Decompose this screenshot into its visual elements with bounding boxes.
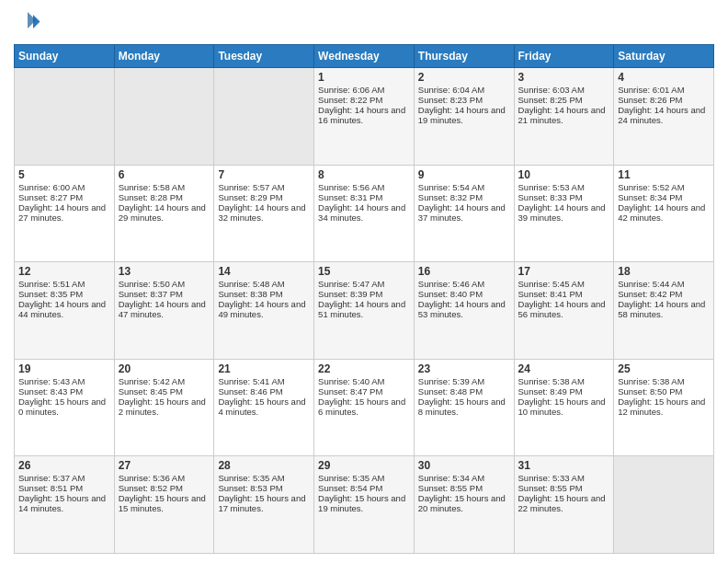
sunset: Sunset: 8:45 PM xyxy=(119,386,183,396)
sunset: Sunset: 8:41 PM xyxy=(518,289,583,299)
daylight: Daylight: 14 hours and 58 minutes. xyxy=(618,299,705,319)
day-number: 8 xyxy=(318,168,410,181)
calendar-cell: 7Sunrise: 5:57 AMSunset: 8:29 PMDaylight… xyxy=(214,165,314,262)
day-header-sunday: Sunday xyxy=(15,45,115,68)
day-header-wednesday: Wednesday xyxy=(314,45,415,68)
sunrise: Sunrise: 6:03 AM xyxy=(518,85,585,95)
sunset: Sunset: 8:55 PM xyxy=(418,483,483,493)
day-number: 20 xyxy=(119,362,210,375)
daylight: Daylight: 15 hours and 22 minutes. xyxy=(518,493,606,513)
daylight: Daylight: 14 hours and 39 minutes. xyxy=(518,202,606,223)
day-number: 24 xyxy=(518,362,610,375)
calendar-cell xyxy=(15,68,115,166)
sunset: Sunset: 8:42 PM xyxy=(618,289,682,299)
day-number: 11 xyxy=(618,168,710,181)
calendar-cell: 8Sunrise: 5:56 AMSunset: 8:31 PMDaylight… xyxy=(314,165,415,262)
calendar-cell: 31Sunrise: 5:33 AMSunset: 8:55 PMDayligh… xyxy=(514,456,614,554)
day-number: 5 xyxy=(18,168,110,181)
sunrise: Sunrise: 5:34 AM xyxy=(418,473,484,483)
week-row-4: 19Sunrise: 5:43 AMSunset: 8:43 PMDayligh… xyxy=(15,359,714,456)
day-number: 14 xyxy=(218,265,310,278)
day-header-thursday: Thursday xyxy=(414,45,514,68)
day-number: 10 xyxy=(518,168,610,181)
daylight: Daylight: 15 hours and 2 minutes. xyxy=(119,396,206,417)
calendar-cell: 5Sunrise: 6:00 AMSunset: 8:27 PMDaylight… xyxy=(15,165,115,262)
daylight: Daylight: 15 hours and 14 minutes. xyxy=(18,493,106,513)
calendar-cell: 13Sunrise: 5:50 AMSunset: 8:37 PMDayligh… xyxy=(114,262,214,360)
sunset: Sunset: 8:31 PM xyxy=(318,192,382,202)
day-header-tuesday: Tuesday xyxy=(214,45,314,68)
sunset: Sunset: 8:29 PM xyxy=(218,192,282,202)
week-row-5: 26Sunrise: 5:37 AMSunset: 8:51 PMDayligh… xyxy=(15,456,714,554)
daylight: Daylight: 14 hours and 44 minutes. xyxy=(18,299,106,319)
header xyxy=(14,9,714,37)
sunset: Sunset: 8:23 PM xyxy=(418,95,483,105)
sunrise: Sunrise: 5:54 AM xyxy=(418,182,484,192)
daylight: Daylight: 14 hours and 32 minutes. xyxy=(218,202,305,223)
sunset: Sunset: 8:34 PM xyxy=(618,192,682,202)
sunset: Sunset: 8:52 PM xyxy=(119,483,183,493)
calendar-cell: 4Sunrise: 6:01 AMSunset: 8:26 PMDaylight… xyxy=(614,68,714,166)
sunrise: Sunrise: 5:46 AM xyxy=(418,279,484,289)
day-number: 28 xyxy=(218,459,310,472)
day-number: 16 xyxy=(418,265,510,278)
calendar-cell: 12Sunrise: 5:51 AMSunset: 8:35 PMDayligh… xyxy=(15,262,115,360)
sunrise: Sunrise: 5:35 AM xyxy=(318,473,384,483)
calendar-cell: 21Sunrise: 5:41 AMSunset: 8:46 PMDayligh… xyxy=(214,359,314,456)
calendar-cell xyxy=(614,456,714,554)
sunset: Sunset: 8:26 PM xyxy=(618,95,682,105)
calendar-cell: 23Sunrise: 5:39 AMSunset: 8:48 PMDayligh… xyxy=(414,359,514,456)
sunrise: Sunrise: 5:37 AM xyxy=(18,473,85,483)
calendar-cell: 20Sunrise: 5:42 AMSunset: 8:45 PMDayligh… xyxy=(114,359,214,456)
calendar-header-row: SundayMondayTuesdayWednesdayThursdayFrid… xyxy=(15,45,714,68)
daylight: Daylight: 14 hours and 16 minutes. xyxy=(318,105,405,125)
sunset: Sunset: 8:32 PM xyxy=(418,192,483,202)
sunset: Sunset: 8:47 PM xyxy=(318,386,382,396)
sunset: Sunset: 8:39 PM xyxy=(318,289,382,299)
calendar-cell: 17Sunrise: 5:45 AMSunset: 8:41 PMDayligh… xyxy=(514,262,614,360)
sunrise: Sunrise: 5:47 AM xyxy=(318,279,384,289)
calendar-body: 1Sunrise: 6:06 AMSunset: 8:22 PMDaylight… xyxy=(15,68,714,554)
sunrise: Sunrise: 5:41 AM xyxy=(218,376,284,386)
calendar-cell: 26Sunrise: 5:37 AMSunset: 8:51 PMDayligh… xyxy=(15,456,115,554)
calendar-cell: 29Sunrise: 5:35 AMSunset: 8:54 PMDayligh… xyxy=(314,456,415,554)
day-number: 4 xyxy=(618,71,710,84)
sunset: Sunset: 8:51 PM xyxy=(18,483,83,493)
sunset: Sunset: 8:40 PM xyxy=(418,289,483,299)
day-number: 18 xyxy=(618,265,710,278)
sunset: Sunset: 8:53 PM xyxy=(218,483,282,493)
sunrise: Sunrise: 5:53 AM xyxy=(518,182,585,192)
daylight: Daylight: 15 hours and 15 minutes. xyxy=(119,493,206,513)
daylight: Daylight: 14 hours and 42 minutes. xyxy=(618,202,705,223)
calendar-cell: 2Sunrise: 6:04 AMSunset: 8:23 PMDaylight… xyxy=(414,68,514,166)
sunset: Sunset: 8:54 PM xyxy=(318,483,382,493)
calendar-cell: 24Sunrise: 5:38 AMSunset: 8:49 PMDayligh… xyxy=(514,359,614,456)
sunrise: Sunrise: 5:36 AM xyxy=(119,473,185,483)
sunrise: Sunrise: 6:00 AM xyxy=(18,182,85,192)
day-header-friday: Friday xyxy=(514,45,614,68)
week-row-1: 1Sunrise: 6:06 AMSunset: 8:22 PMDaylight… xyxy=(15,68,714,166)
day-number: 7 xyxy=(218,168,310,181)
calendar-table: SundayMondayTuesdayWednesdayThursdayFrid… xyxy=(14,44,714,554)
sunset: Sunset: 8:33 PM xyxy=(518,192,583,202)
sunset: Sunset: 8:37 PM xyxy=(119,289,183,299)
calendar-cell: 28Sunrise: 5:35 AMSunset: 8:53 PMDayligh… xyxy=(214,456,314,554)
daylight: Daylight: 15 hours and 8 minutes. xyxy=(418,396,506,417)
sunrise: Sunrise: 5:58 AM xyxy=(119,182,185,192)
calendar-cell: 10Sunrise: 5:53 AMSunset: 8:33 PMDayligh… xyxy=(514,165,614,262)
sunrise: Sunrise: 5:45 AM xyxy=(518,279,585,289)
sunrise: Sunrise: 6:06 AM xyxy=(318,85,384,95)
daylight: Daylight: 14 hours and 49 minutes. xyxy=(218,299,305,319)
daylight: Daylight: 14 hours and 19 minutes. xyxy=(418,105,506,125)
calendar-cell: 27Sunrise: 5:36 AMSunset: 8:52 PMDayligh… xyxy=(114,456,214,554)
sunrise: Sunrise: 5:43 AM xyxy=(18,376,85,386)
daylight: Daylight: 14 hours and 29 minutes. xyxy=(119,202,206,223)
sunrise: Sunrise: 5:38 AM xyxy=(618,376,684,386)
day-number: 27 xyxy=(119,459,210,472)
daylight: Daylight: 14 hours and 24 minutes. xyxy=(618,105,705,125)
day-number: 12 xyxy=(18,265,110,278)
day-number: 6 xyxy=(119,168,210,181)
daylight: Daylight: 14 hours and 21 minutes. xyxy=(518,105,606,125)
day-header-saturday: Saturday xyxy=(614,45,714,68)
sunrise: Sunrise: 5:52 AM xyxy=(618,182,684,192)
